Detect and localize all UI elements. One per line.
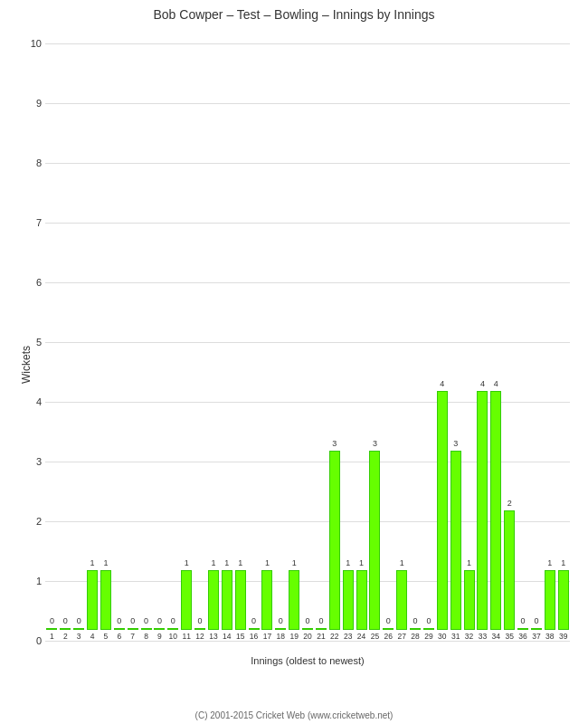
bar-value-label: 0 [198,615,203,626]
y-tick-label: 10 [31,38,42,49]
bar [249,628,260,630]
x-tick-label: 28 [411,632,419,641]
bar-value-label: 0 [306,615,310,626]
bar-group: 434 [489,43,503,641]
bar [87,570,98,630]
bar-group: 15 [100,43,113,641]
x-tick-label: 25 [371,632,379,641]
x-tick-label: 34 [492,632,500,641]
bar-group: 026 [382,43,395,641]
x-tick-label: 4 [90,632,95,641]
x-tick-label: 39 [559,632,567,641]
plot-area: 012345678910 010203141506070809010111012… [45,43,570,641]
bar [60,628,71,630]
bar-value-label: 1 [547,557,552,568]
bar [464,570,475,630]
bar-group: 127 [395,43,409,641]
x-tick-label: 32 [465,632,473,641]
bar-group: 036 [517,43,530,641]
bar [383,628,394,630]
x-tick-label: 36 [518,632,526,641]
y-tick-label: 6 [36,277,42,288]
bar-value-label: 4 [440,378,444,389]
bar-value-label: 0 [534,615,538,626]
bar-value-label: 0 [77,615,81,626]
x-tick-label: 21 [317,632,325,641]
bar [369,451,380,630]
copyright: (C) 2001-2015 Cricket Web (www.cricketwe… [0,710,588,720]
bar-value-label: 0 [144,615,148,626]
bar-value-label: 1 [185,557,189,568]
y-axis-label: Wickets [20,346,33,384]
bar-value-label: 0 [413,615,418,626]
bar-value-label: 0 [157,615,162,626]
bar-group: 018 [274,43,288,641]
bar [114,628,125,630]
bar-group: 06 [112,43,126,641]
bar [181,570,192,630]
x-tick-label: 1 [50,632,54,641]
bar [343,570,354,630]
bar-group: 07 [126,43,139,641]
y-tick-label: 0 [36,635,42,646]
x-tick-label: 20 [303,632,311,641]
bar-group: 113 [207,43,221,641]
bar-group: 115 [233,43,247,641]
bar-value-label: 0 [63,615,68,626]
bar [356,570,367,630]
bar [477,391,488,630]
bar [302,628,313,630]
bar-group: 016 [247,43,261,641]
bar-value-label: 1 [359,557,364,568]
bar-group: 08 [139,43,153,641]
bar-group: 111 [180,43,194,641]
bar-value-label: 4 [480,378,485,389]
bar-group: 123 [341,43,355,641]
bar [73,628,84,630]
y-tick-label: 4 [36,396,42,407]
grid-line [45,641,570,642]
y-tick-label: 1 [36,576,42,586]
bar-group: 430 [435,43,449,641]
bar-value-label: 0 [130,615,135,626]
x-tick-label: 10 [169,632,177,641]
x-tick-label: 33 [479,632,487,641]
bar-group: 132 [462,43,476,641]
bar-group: 020 [301,43,315,641]
bar [235,570,246,630]
y-tick-label: 5 [36,337,42,348]
bar-value-label: 0 [50,615,54,626]
y-tick-label: 2 [36,516,42,527]
bar-value-label: 0 [426,615,431,626]
bar-group: 029 [422,43,436,641]
bars-area: 0102031415060708090101110121131141150161… [45,43,570,641]
y-tick-label: 9 [36,98,42,109]
x-tick-label: 22 [330,632,338,641]
bar-group: 02 [59,43,72,641]
bar [100,570,111,630]
bar [558,570,569,630]
bar [531,628,542,630]
bar-group: 14 [86,43,100,641]
bar-value-label: 0 [171,615,175,626]
bar-group: 433 [476,43,489,641]
bar [437,391,448,630]
bar [396,570,407,630]
x-tick-label: 31 [451,632,460,641]
bar-value-label: 3 [332,438,337,449]
bar-value-label: 0 [386,615,391,626]
bar-value-label: 1 [90,557,95,568]
bar-value-label: 4 [494,378,498,389]
x-tick-label: 5 [104,632,109,641]
x-tick-label: 11 [182,632,190,641]
bar-value-label: 1 [400,557,404,568]
bar [329,451,340,630]
x-tick-label: 2 [63,632,68,641]
x-tick-label: 38 [545,632,554,641]
bar-value-label: 0 [251,615,256,626]
x-tick-label: 27 [397,632,405,641]
x-tick-label: 26 [384,632,393,641]
bar-group: 124 [355,43,368,641]
bar [154,628,165,630]
bar-group: 235 [503,43,517,641]
